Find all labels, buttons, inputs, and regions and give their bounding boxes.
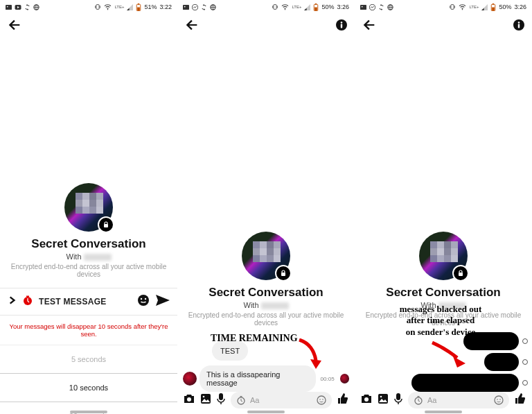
input-timer-icon (414, 395, 423, 405)
delivery-ring-icon (522, 359, 528, 365)
svg-rect-48 (518, 24, 520, 28)
svg-point-1 (7, 6, 8, 7)
avatar[interactable] (242, 232, 290, 280)
svg-point-5 (107, 8, 108, 9)
chat-area (355, 331, 532, 393)
info-button[interactable] (513, 19, 525, 31)
input-bar: Aa (355, 390, 532, 410)
wifi-icon (281, 4, 289, 10)
svg-point-30 (203, 396, 205, 398)
chat-area: TEST This is a dissapearing message 00:0… (177, 338, 355, 393)
message-out-1[interactable]: TEST (212, 341, 248, 361)
gallery-button[interactable] (378, 393, 389, 407)
seen-indicator-icon (340, 374, 349, 383)
battery-icon (313, 3, 319, 11)
home-indicator[interactable] (247, 411, 285, 413)
mic-button[interactable] (393, 393, 403, 408)
messenger-icon (369, 4, 375, 10)
page-title: Secret Conversation (355, 286, 532, 300)
lte-label: LTE+ (114, 5, 124, 9)
send-button[interactable] (155, 294, 170, 309)
thumbs-up-icon (337, 393, 349, 405)
message-expired-1[interactable] (463, 332, 519, 350)
message-expired-3[interactable] (411, 374, 519, 392)
photo-icon (6, 4, 12, 10)
lock-badge-icon (98, 216, 114, 233)
svg-point-52 (380, 396, 382, 398)
panel-timer-options: LTE+ 51% 3:22 Secret Conversation With E… (0, 0, 177, 414)
back-arrow-icon (7, 17, 22, 33)
contact-name-redacted (84, 254, 112, 261)
svg-rect-33 (240, 396, 242, 397)
svg-rect-45 (493, 3, 494, 4)
youtube-icon (15, 4, 21, 10)
battery-icon (136, 3, 141, 11)
photo-icon (183, 4, 189, 10)
sync-icon (201, 4, 207, 10)
navbar (355, 12, 532, 37)
signal-icon (304, 4, 310, 10)
like-button[interactable] (514, 393, 526, 408)
svg-point-35 (319, 399, 321, 400)
camera-button[interactable] (183, 393, 195, 407)
camera-button[interactable] (360, 393, 373, 407)
emoji-button[interactable] (137, 294, 150, 309)
timer-option-1[interactable]: 10 seconds (0, 373, 177, 402)
globe-icon (387, 4, 393, 10)
back-button[interactable] (184, 17, 200, 33)
svg-rect-23 (315, 3, 317, 4)
like-button[interactable] (337, 393, 349, 408)
message-timer: 00:05 (321, 376, 335, 382)
message-expired-2[interactable] (484, 353, 519, 371)
mic-button[interactable] (216, 393, 226, 408)
battery-percent: 51% (144, 3, 157, 10)
thumbs-up-icon (514, 393, 526, 405)
smiley-icon (137, 294, 150, 307)
svg-point-12 (138, 295, 149, 306)
contact-name-redacted (261, 302, 289, 309)
clock: 3:26 (514, 3, 526, 10)
timer-option-0[interactable]: 5 seconds (0, 345, 177, 373)
lte-label: LTE+ (292, 5, 301, 9)
svg-rect-19 (274, 5, 276, 10)
avatar[interactable] (419, 232, 468, 280)
vibrate-icon (449, 3, 456, 10)
svg-rect-49 (459, 273, 463, 276)
input-timer-icon (236, 395, 246, 405)
input-bar: Aa (177, 390, 355, 410)
info-icon (513, 19, 525, 31)
sender-avatar-icon[interactable] (183, 372, 197, 386)
svg-rect-7 (138, 7, 141, 10)
svg-rect-27 (281, 273, 285, 276)
vibrate-icon (94, 3, 101, 10)
home-indicator[interactable] (425, 411, 462, 413)
back-button[interactable] (362, 17, 377, 33)
sync-icon (24, 4, 30, 10)
gallery-button[interactable] (200, 393, 211, 407)
svg-point-57 (497, 399, 498, 400)
svg-point-42 (462, 8, 463, 9)
navbar (0, 12, 177, 37)
wifi-icon (459, 4, 466, 10)
message-input[interactable]: Aa (231, 392, 332, 408)
message-input[interactable]: Aa (408, 392, 509, 408)
svg-rect-37 (360, 4, 366, 9)
back-button[interactable] (7, 17, 22, 33)
status-bar: LTE+ 50% 3:26 (177, 0, 355, 12)
svg-point-47 (518, 21, 520, 24)
compose-bar: TEST MESSAGE (0, 288, 177, 316)
svg-point-13 (141, 298, 142, 300)
gallery-icon (200, 393, 211, 404)
sync-icon (378, 4, 384, 10)
status-bar: LTE+ 50% 3:26 (355, 0, 532, 12)
globe-icon (33, 4, 39, 10)
avatar[interactable] (64, 183, 113, 232)
message-in-1[interactable]: This is a dissapearing message (200, 365, 316, 392)
expand-button[interactable] (7, 295, 17, 308)
input-placeholder: Aa (427, 396, 436, 404)
home-indicator[interactable] (70, 411, 107, 413)
compose-input[interactable]: TEST MESSAGE (39, 297, 132, 307)
info-button[interactable] (335, 19, 348, 31)
svg-rect-9 (104, 224, 108, 227)
messenger-icon (192, 4, 198, 10)
